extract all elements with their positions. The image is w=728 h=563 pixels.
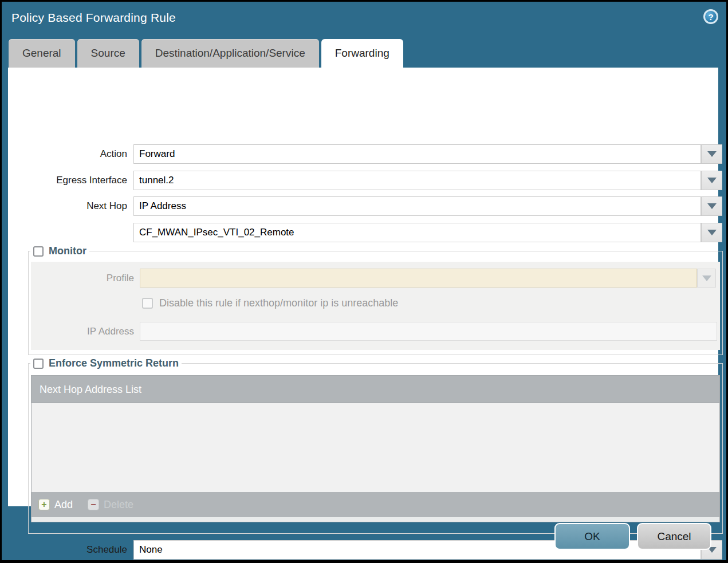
next-hop-address-list-table: Next Hop Address List + Add − Delete [31,375,720,522]
monitor-legend-label: Monitor [49,245,86,257]
tab-general[interactable]: General [9,39,75,68]
tab-bar: General Source Destination/Application/S… [9,39,403,68]
tab-destination-application-service[interactable]: Destination/Application/Service [141,39,319,68]
disable-rule-label: Disable this rule if nexthop/monitor ip … [159,297,398,309]
next-hop-label: Next Hop [8,196,127,216]
monitor-section: Monitor Profile Disable this rule if nex… [28,245,723,355]
egress-interface-dropdown-button[interactable] [701,171,722,190]
chevron-down-icon [707,151,717,157]
tab-content-forwarding: Action Forward Egress Interface tunnel.2… [8,68,718,506]
enforce-symmetric-return-legend-label: Enforce Symmetric Return [49,357,179,369]
action-row: Action Forward [8,144,722,164]
add-button[interactable]: + Add [38,499,73,511]
next-hop-address-list-body [32,403,719,492]
tab-source[interactable]: Source [77,39,139,68]
plus-icon: + [38,499,50,510]
next-hop-address-list-header: Next Hop Address List [32,376,719,403]
egress-interface-row: Egress Interface tunnel.2 [8,171,722,190]
enforce-symmetric-return-checkbox[interactable] [33,359,44,369]
monitor-panel: Profile Disable this rule if nexthop/mon… [31,262,720,350]
monitor-ip-address-label: IP Address [31,322,134,341]
monitor-checkbox[interactable] [33,246,44,257]
action-label: Action [8,144,127,164]
profile-field [140,269,697,288]
cancel-button[interactable]: Cancel [637,523,711,550]
next-hop-address-list-toolbar: + Add − Delete [32,492,719,517]
help-icon[interactable]: ? [703,9,718,24]
schedule-label: Schedule [8,540,127,560]
add-button-label: Add [54,499,73,511]
next-hop-address-field[interactable]: CF_MWAN_IPsec_VTI_02_Remote [133,223,701,242]
ok-button[interactable]: OK [554,523,630,550]
chevron-down-icon [707,178,717,183]
profile-dropdown-button [697,269,716,288]
action-dropdown-button[interactable] [701,144,722,164]
enforce-symmetric-return-section: Enforce Symmetric Return Next Hop Addres… [28,357,723,534]
monitor-ip-address-field [140,322,717,341]
chevron-down-icon [702,275,711,281]
profile-label: Profile [31,269,134,288]
policy-based-forwarding-dialog: Policy Based Forwarding Rule ? General S… [0,0,728,563]
next-hop-row: Next Hop IP Address [8,196,722,216]
next-hop-address-row: CF_MWAN_IPsec_VTI_02_Remote [8,223,722,242]
minus-icon: − [88,499,99,510]
next-hop-type-dropdown-button[interactable] [701,196,722,216]
chevron-down-icon [707,230,717,235]
table-bottom-strip [32,517,719,522]
egress-interface-field[interactable]: tunnel.2 [133,171,701,190]
egress-interface-label: Egress Interface [8,171,127,190]
enforce-symmetric-return-legend: Enforce Symmetric Return [30,357,182,369]
disable-rule-checkbox [142,298,153,309]
monitor-legend: Monitor [30,245,89,257]
disable-rule-row: Disable this rule if nexthop/monitor ip … [142,296,398,310]
action-field[interactable]: Forward [133,144,701,164]
tab-forwarding[interactable]: Forwarding [321,39,403,68]
delete-button: − Delete [88,499,133,511]
delete-button-label: Delete [104,499,133,511]
next-hop-type-field[interactable]: IP Address [133,196,701,216]
dialog-title: Policy Based Forwarding Rule [11,11,176,25]
chevron-down-icon [707,203,717,209]
next-hop-address-dropdown-button[interactable] [701,223,722,242]
